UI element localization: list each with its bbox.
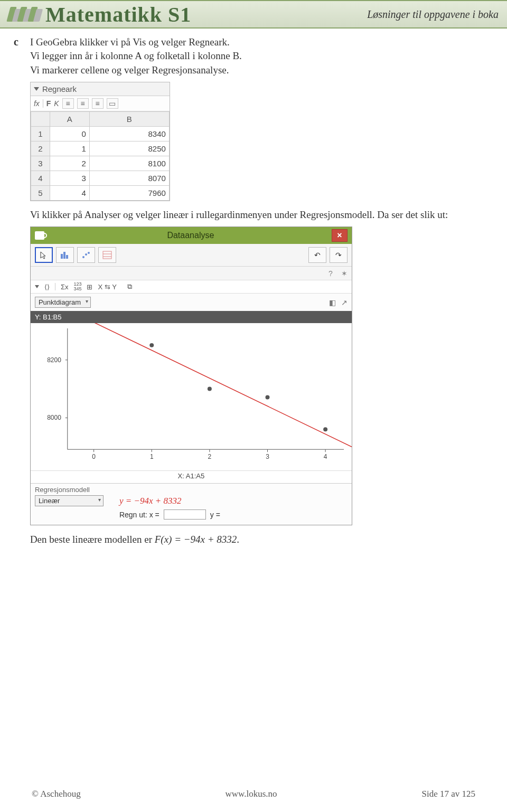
y-range-label: Y: B1:B5 <box>31 311 352 323</box>
footer-center: www.lokus.no <box>226 789 277 799</box>
svg-rect-0 <box>61 254 63 259</box>
conclusion-equation: F(x) = −94x + 8332 <box>155 534 237 545</box>
calc-label: Regn ut: x = <box>119 511 159 519</box>
xtick-1: 1 <box>150 453 154 460</box>
spreadsheet-title: Regneark <box>42 84 77 93</box>
middle-paragraph: Vi klikker på Analyser og velger lineær … <box>30 209 481 221</box>
y-equals-label: y = <box>210 511 220 519</box>
export-button[interactable]: ↗ <box>341 298 348 307</box>
spreadsheet-table[interactable]: A B 108340 218250 328100 438070 547960 <box>31 111 170 201</box>
regression-block: Regresjonsmodell Lineær y = −94x + 8332 … <box>31 483 352 525</box>
intro-line-1: I GeoGebra klikker vi på Vis og velger R… <box>30 36 481 49</box>
scatter-icon <box>81 251 91 259</box>
svg-rect-1 <box>63 252 65 259</box>
grid-icon[interactable]: ⊞ <box>87 283 92 291</box>
collapse-icon[interactable] <box>34 87 39 91</box>
data-point <box>208 387 212 391</box>
page-header: Matematikk S1 Løsninger til oppgavene i … <box>0 0 507 29</box>
numbers-button[interactable]: 123345 <box>73 282 81 291</box>
italic-button[interactable]: K <box>54 99 59 108</box>
regression-equation: y = −94x + 8332 <box>119 496 182 506</box>
histogram-button[interactable] <box>56 247 74 263</box>
help-button[interactable]: ? <box>328 269 333 278</box>
book-title: Matematikk S1 <box>45 2 191 27</box>
regression-title: Regresjonsmodell <box>35 486 348 494</box>
footer-right: Side 17 av 125 <box>421 789 475 799</box>
table-row: 108340 <box>31 126 169 141</box>
plot-type-select[interactable]: Punktdiagram <box>35 297 91 308</box>
data-point <box>149 343 154 347</box>
align-left-button[interactable]: ≡ <box>62 98 74 109</box>
calculate-row: Regn ut: x = y = <box>35 509 348 520</box>
ytick-8000: 8000 <box>47 414 61 422</box>
app-icon <box>35 231 44 240</box>
scatter-button[interactable] <box>77 247 95 263</box>
table-row: 218250 <box>31 141 169 156</box>
conclusion-pre: Den beste lineære modellen er <box>30 534 155 545</box>
intro-line-2: Vi legger inn år i kolonne A og folketal… <box>30 50 481 62</box>
intro-paragraph: I GeoGebra klikker vi på Vis og velger R… <box>30 36 481 77</box>
xtick-0: 0 <box>92 453 96 460</box>
window-icon[interactable]: ⧉ <box>127 282 132 291</box>
expand-icon[interactable] <box>35 285 39 288</box>
da-titlebar[interactable]: Dataanalyse × <box>31 227 352 244</box>
data-analysis-window: Dataanalyse × <box>30 226 352 525</box>
logo-icon <box>8 7 40 22</box>
spreadsheet-panel: Regneark fx F K ≡ ≡ ≡ ▭ A B <box>30 82 170 201</box>
xtick-2: 2 <box>208 453 211 460</box>
footer-left: © Aschehoug <box>32 789 81 799</box>
x-input[interactable] <box>164 509 206 520</box>
table-button[interactable] <box>98 247 116 263</box>
fx-label: fx <box>34 99 40 108</box>
da-toolbar: ↶ ↷ <box>31 244 352 267</box>
svg-rect-2 <box>66 255 68 259</box>
table-row: 438070 <box>31 171 169 185</box>
settings-button[interactable]: ✶ <box>341 269 348 278</box>
scatter-chart: 8200 8000 0 1 2 3 4 <box>31 323 352 471</box>
swap-xy-button[interactable]: X ⇆ Y <box>98 283 116 291</box>
fill-color-button[interactable]: ▭ <box>107 98 118 109</box>
brackets-icon[interactable]: ⟨⟩ <box>44 283 50 291</box>
bold-button[interactable]: F <box>46 99 51 108</box>
redo-button[interactable]: ↷ <box>330 247 348 263</box>
regression-line <box>65 323 352 447</box>
data-point <box>265 395 269 400</box>
svg-point-4 <box>85 253 87 256</box>
pointer-tool-button[interactable] <box>35 247 53 263</box>
histogram-icon <box>60 251 70 259</box>
col-header-b[interactable]: B <box>89 111 169 126</box>
da-title: Dataanalyse <box>50 231 332 240</box>
page-footer: © Aschehoug www.lokus.no Side 17 av 125 <box>0 789 507 799</box>
close-button[interactable]: × <box>332 229 348 242</box>
da-options-row: ⟨⟩ Σx 123345 ⊞ X ⇆ Y ⧉ <box>31 280 352 294</box>
sigma-button[interactable]: Σx <box>61 283 69 291</box>
chart-svg: 8200 8000 0 1 2 3 4 <box>31 323 352 470</box>
svg-rect-6 <box>103 251 111 259</box>
svg-point-5 <box>88 252 90 254</box>
pointer-icon <box>40 251 48 259</box>
table-row: 328100 <box>31 156 169 171</box>
xtick-3: 3 <box>266 453 269 460</box>
conclusion-post: . <box>237 534 239 545</box>
svg-point-3 <box>82 256 84 258</box>
x-range-label: X: A1:A5 <box>31 471 352 483</box>
conclusion: Den beste lineære modellen er F(x) = −94… <box>30 534 481 545</box>
ytick-8200: 8200 <box>47 356 61 364</box>
align-center-button[interactable]: ≡ <box>77 98 89 109</box>
corner-cell <box>31 111 50 126</box>
plot-type-row: Punktdiagram ◧ ↗ <box>31 294 352 311</box>
da-toolbar-2: ? ✶ <box>31 267 352 280</box>
spreadsheet-toolbar: fx F K ≡ ≡ ≡ ▭ <box>31 96 170 111</box>
regression-model-select[interactable]: Lineær <box>35 495 104 506</box>
xtick-4: 4 <box>324 453 327 460</box>
header-subtitle: Løsninger til oppgavene i boka <box>367 8 499 21</box>
undo-button[interactable]: ↶ <box>308 247 326 263</box>
intro-line-3: Vi markerer cellene og velger Regresjons… <box>30 64 481 77</box>
item-label-c: c <box>14 36 18 48</box>
spreadsheet-titlebar[interactable]: Regneark <box>31 82 170 96</box>
align-right-button[interactable]: ≡ <box>92 98 104 109</box>
table-icon <box>102 251 112 259</box>
copy-button[interactable]: ◧ <box>329 298 336 307</box>
data-point <box>323 428 327 432</box>
col-header-a[interactable]: A <box>50 111 89 126</box>
